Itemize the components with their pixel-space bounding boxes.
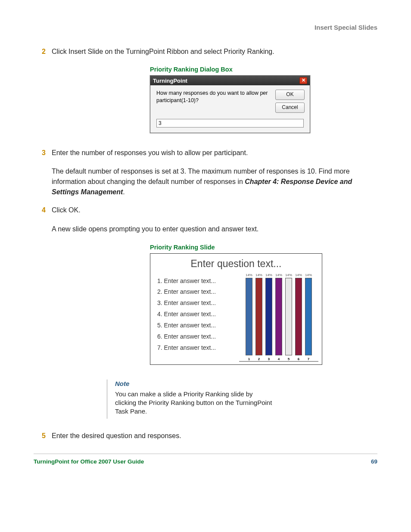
bar-percent-label: 14% [275, 273, 282, 277]
page-number: 69 [371, 458, 377, 465]
figure-caption: Priority Ranking Slide [150, 244, 377, 251]
step-text: Enter the number of responses you wish t… [52, 148, 377, 158]
bar-category-label: 7 [308, 357, 309, 361]
figure-dialog: Priority Ranking Dialog Box TurningPoint… [150, 66, 377, 133]
slide-chart: 14%114%214%314%414%514%614%7 [239, 276, 318, 362]
bar-category-label: 4 [278, 357, 280, 361]
slide-preview: Enter question text... 1. Enter answer t… [150, 253, 322, 365]
close-icon[interactable]: ✕ [299, 77, 307, 84]
chart-bar: 14%1 [246, 273, 252, 361]
bar-percent-label: 14% [295, 273, 302, 277]
bar-rect [265, 278, 272, 355]
step-number: 5 [34, 431, 52, 441]
section-header: Insert Special Slides [34, 24, 377, 31]
bar-percent-label: 14% [285, 273, 292, 277]
step-3: 3 Enter the number of responses you wish… [34, 148, 377, 158]
responses-input[interactable] [156, 119, 304, 128]
bar-percent-label: 14% [255, 273, 262, 277]
step-number: 4 [34, 205, 52, 215]
bar-percent-label: 14% [305, 273, 312, 277]
dialog-titlebar: TurningPoint ✕ [150, 76, 310, 85]
bar-category-label: 1 [248, 357, 250, 361]
answer-item: 2. Enter answer text... [157, 286, 239, 298]
note-rule [107, 380, 107, 419]
bar-category-label: 2 [258, 357, 260, 361]
text-part: . [123, 188, 125, 196]
step-number: 2 [34, 47, 52, 56]
bar-rect [275, 278, 282, 355]
note-text: You can make a slide a Priority Ranking … [115, 390, 274, 416]
note-block: Note You can make a slide a Priority Ran… [107, 380, 377, 419]
slide-title: Enter question text... [154, 258, 318, 270]
bar-rect [246, 278, 252, 355]
note-heading: Note [115, 380, 274, 388]
step-4: 4 Click OK. [34, 205, 377, 215]
figure-slide: Priority Ranking Slide Enter question te… [150, 244, 377, 365]
step-text: Click Insert Slide on the TurningPoint R… [52, 47, 377, 56]
step-2: 2 Click Insert Slide on the TurningPoint… [34, 47, 377, 56]
chart-bar: 14%5 [285, 273, 292, 361]
answer-item: 5. Enter answer text... [157, 320, 239, 331]
step-4-detail: A new slide opens prompting you to enter… [52, 224, 377, 234]
answer-item: 7. Enter answer text... [157, 342, 239, 354]
dialog-box: TurningPoint ✕ How many responses do you… [150, 75, 310, 133]
bar-category-label: 5 [288, 357, 290, 361]
answer-list: 1. Enter answer text... 2. Enter answer … [154, 276, 239, 362]
footer-title: TurningPoint for Office 2007 User Guide [34, 458, 144, 465]
bar-category-label: 3 [268, 357, 270, 361]
bar-rect [285, 278, 292, 355]
answer-item: 6. Enter answer text... [157, 331, 239, 342]
bar-rect [295, 278, 302, 355]
cancel-button[interactable]: Cancel [275, 103, 305, 113]
step-3-detail: The default number of responses is set a… [52, 166, 377, 197]
bar-percent-label: 14% [265, 273, 272, 277]
bar-rect [305, 278, 312, 355]
figure-caption: Priority Ranking Dialog Box [150, 66, 377, 73]
ok-button[interactable]: OK [275, 90, 305, 100]
bar-percent-label: 14% [246, 273, 252, 277]
chart-bar: 14%2 [255, 273, 262, 361]
step-text: Enter the desired question and responses… [52, 431, 377, 441]
step-number: 3 [34, 148, 52, 158]
chart-bar: 14%4 [275, 273, 282, 361]
dialog-question: How many responses do you want to allow … [156, 90, 275, 113]
answer-item: 4. Enter answer text... [157, 309, 239, 320]
chart-bar: 14%6 [295, 273, 302, 361]
bar-rect [255, 278, 262, 355]
answer-item: 1. Enter answer text... [157, 276, 239, 287]
step-5: 5 Enter the desired question and respons… [34, 431, 377, 441]
chart-bar: 14%7 [305, 273, 312, 361]
dialog-title: TurningPoint [153, 78, 187, 84]
page-footer: TurningPoint for Office 2007 User Guide … [34, 454, 377, 465]
answer-item: 3. Enter answer text... [157, 298, 239, 309]
step-text: Click OK. [52, 205, 377, 215]
bar-category-label: 6 [298, 357, 299, 361]
chart-bar: 14%3 [265, 273, 272, 361]
